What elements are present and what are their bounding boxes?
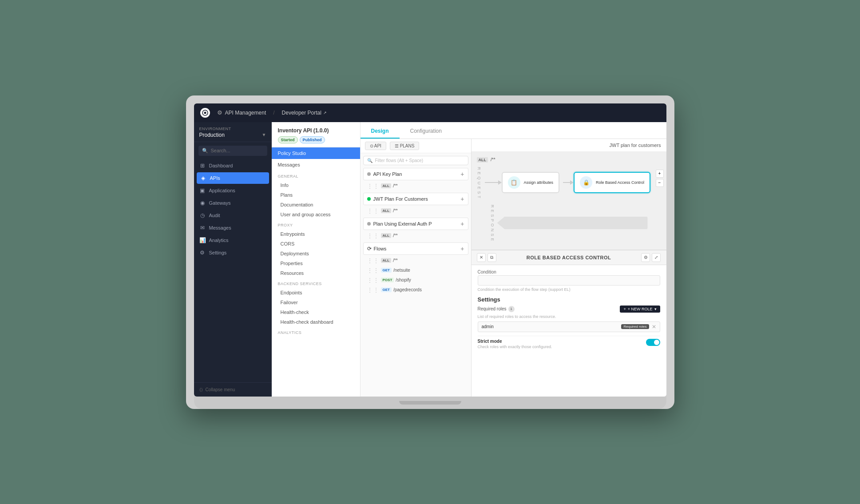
strict-mode-desc: Check roles with exactly those configure… xyxy=(478,345,552,349)
plan-add-icon-ext[interactable]: + xyxy=(460,220,464,227)
endpoints-menu[interactable]: Endpoints xyxy=(272,288,360,298)
search-input[interactable] xyxy=(211,148,272,153)
new-role-button[interactable]: + + NEW ROLE ▾ xyxy=(620,306,660,313)
collapse-menu-button[interactable]: ⟨⟩ Collapse menu xyxy=(194,382,272,397)
request-label: R E Q U E S T xyxy=(477,167,481,198)
plan-header-api-key[interactable]: API Key Plan + xyxy=(363,168,468,180)
flow-item[interactable]: ⋮⋮ POST /shopify xyxy=(363,275,468,285)
failover-menu[interactable]: Failover xyxy=(272,298,360,307)
api-management-section: ⚙ API Management xyxy=(217,109,266,116)
plan-add-icon-jwt[interactable]: + xyxy=(460,195,464,202)
nav-item-settings[interactable]: ⚙ Settings xyxy=(194,246,272,259)
role-badge: Required roles xyxy=(621,324,649,329)
drag-handle: ⋮⋮ xyxy=(367,207,379,214)
nav-item-apis[interactable]: ◈ APIs xyxy=(197,172,269,184)
flow-filter[interactable]: 🔍 Filter flows (Alt + Space) xyxy=(363,156,468,165)
condition-input[interactable] xyxy=(478,275,660,286)
general-section-label: General xyxy=(272,171,360,180)
policy-studio-menu[interactable]: Policy Studio xyxy=(272,147,360,159)
drag-handle: ⋮⋮ xyxy=(367,183,379,190)
info-menu[interactable]: Info xyxy=(272,180,360,190)
plan-header-external[interactable]: Plan Using External Auth P + xyxy=(363,218,468,230)
role-remove-btn[interactable]: ✕ xyxy=(652,324,656,330)
analytics-icon: 📊 xyxy=(199,237,206,243)
entrypoints-menu[interactable]: Entrypoints xyxy=(272,229,360,239)
policy-panel-header: ✕ ⧉ ROLE BASED ACCESS CONTROL ⚙ ⤢ xyxy=(472,250,666,265)
flow-item[interactable]: ⋮⋮ ALL /** xyxy=(363,181,468,191)
strict-mode-toggle[interactable] xyxy=(646,339,660,346)
policy-body: Condition Condition the execution of the… xyxy=(472,265,666,353)
dashboard-icon: ⊞ xyxy=(199,163,206,169)
drag-handle: ⋮⋮ xyxy=(367,232,379,239)
api-sidebar: Inventory API (1.0.0) Started Published … xyxy=(272,122,361,397)
developer-portal-link[interactable]: Developer Portal ↗ xyxy=(282,110,327,116)
nav-item-messages[interactable]: ✉ Messages xyxy=(194,222,272,234)
condition-label: Condition xyxy=(478,270,660,274)
deployments-menu[interactable]: Deployments xyxy=(272,249,360,258)
api-title: Inventory API (1.0.0) xyxy=(278,127,354,134)
nav-item-applications[interactable]: ▣ Applications xyxy=(194,184,272,197)
plans-button[interactable]: ☰ PLANS xyxy=(390,142,420,150)
flow-item[interactable]: ⋮⋮ ALL /** xyxy=(363,206,468,216)
flow-badge-all: ALL xyxy=(381,208,392,213)
diagram-canvas: ALL /** R E Q U E S T xyxy=(472,152,666,250)
collapse-icon[interactable]: − xyxy=(656,179,664,187)
external-link-icon: ↗ xyxy=(323,111,327,115)
role-value: admin xyxy=(482,324,622,329)
flows-section: ⟳ Flows + ⋮⋮ ALL /** xyxy=(363,242,468,295)
canvas-controls[interactable]: + − xyxy=(656,170,664,187)
plan-header-jwt[interactable]: JWT Plan For Customers + xyxy=(363,193,468,205)
plan-jwt: JWT Plan For Customers + ⋮⋮ ALL /** xyxy=(363,193,468,216)
collapse-icon: ⟨⟩ xyxy=(199,387,203,392)
expand-policy-btn[interactable]: ⤢ xyxy=(652,253,661,262)
nav-item-gateways[interactable]: ◉ Gateways xyxy=(194,197,272,209)
flow-item[interactable]: ⋮⋮ GET /pagedrecords xyxy=(363,285,468,295)
roles-count-badge: 1 xyxy=(508,306,515,312)
svg-point-1 xyxy=(204,111,206,114)
expand-icon[interactable]: + xyxy=(656,170,664,178)
copy-policy-btn[interactable]: ⧉ xyxy=(487,253,496,262)
sidebar-search[interactable]: 🔍 xyxy=(198,146,267,156)
tab-design[interactable]: Design xyxy=(361,124,400,139)
rbac-icon: 🔒 xyxy=(580,176,592,189)
assign-attributes-node[interactable]: 📋 Assign attributes xyxy=(502,172,560,193)
env-dropdown-arrow: ▼ xyxy=(262,132,266,137)
api-button[interactable]: ⊙ API xyxy=(365,142,386,150)
tab-configuration[interactable]: Configuration xyxy=(400,124,452,139)
flow-item[interactable]: ⋮⋮ ALL /** xyxy=(363,231,468,241)
health-check-menu[interactable]: Health-check xyxy=(272,307,360,317)
rbac-node[interactable]: 🔒 Role Based Access Control xyxy=(574,172,650,193)
app-logo[interactable] xyxy=(200,108,210,118)
gateways-icon: ◉ xyxy=(199,200,206,206)
env-selector[interactable]: Environment Production ▼ xyxy=(194,122,272,142)
messages-icon: ✉ xyxy=(199,225,206,231)
documentation-menu[interactable]: Documentation xyxy=(272,200,360,210)
health-check-dashboard-menu[interactable]: Health-check dashboard xyxy=(272,317,360,327)
nav-item-analytics[interactable]: 📊 Analytics xyxy=(194,234,272,246)
flows-add-icon[interactable]: + xyxy=(460,245,464,252)
user-group-access-menu[interactable]: User and group access xyxy=(272,210,360,219)
plan-external-auth: Plan Using External Auth P + ⋮⋮ ALL /** xyxy=(363,218,468,241)
plans-menu[interactable]: Plans xyxy=(272,190,360,200)
applications-icon: ▣ xyxy=(199,187,206,194)
nav-item-dashboard[interactable]: ⊞ Dashboard xyxy=(194,159,272,172)
policy-panel-right-actions: ⚙ ⤢ xyxy=(641,253,661,262)
nav-item-audit[interactable]: ◷ Audit xyxy=(194,209,272,222)
policy-panel-left-actions: ✕ ⧉ xyxy=(477,253,496,262)
cors-menu[interactable]: CORS xyxy=(272,239,360,249)
plan-api-key: API Key Plan + ⋮⋮ ALL /** xyxy=(363,168,468,191)
design-area: Design Configuration ⊙ API ☰ PLANS xyxy=(361,122,666,397)
messages-menu[interactable]: Messages xyxy=(272,159,360,171)
settings-policy-btn[interactable]: ⚙ xyxy=(641,253,650,262)
request-flow-row: R E Q U E S T 📋 Assign att xyxy=(477,167,661,198)
required-roles-label: Required roles 1 xyxy=(478,306,515,312)
flow-item[interactable]: ⋮⋮ ALL /** xyxy=(363,256,468,266)
resources-menu[interactable]: Resources xyxy=(272,268,360,278)
properties-menu[interactable]: Properties xyxy=(272,258,360,268)
plan-add-icon[interactable]: + xyxy=(460,171,464,178)
condition-sublabel: Condition the execution of the flow step… xyxy=(478,287,660,292)
flows-section-header[interactable]: ⟳ Flows + xyxy=(363,242,468,255)
flow-item[interactable]: ⋮⋮ GET /netsuite xyxy=(363,266,468,275)
close-policy-btn[interactable]: ✕ xyxy=(477,253,486,262)
assign-attributes-icon: 📋 xyxy=(508,176,520,189)
